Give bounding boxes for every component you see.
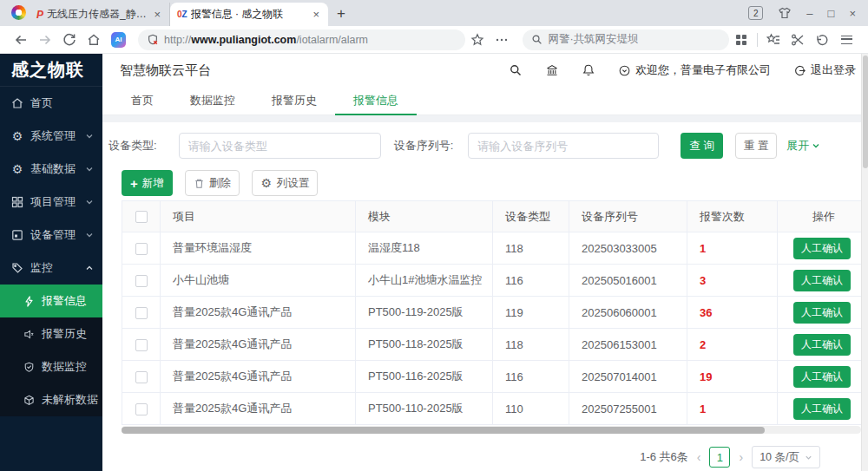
- notification-bell-icon[interactable]: [582, 63, 595, 77]
- tab-alarm-history[interactable]: 报警历史: [253, 87, 335, 115]
- row-checkbox[interactable]: [135, 371, 148, 383]
- back-icon[interactable]: [14, 33, 28, 47]
- tab-alarm-info[interactable]: 报警信息: [335, 87, 417, 115]
- manual-confirm-button[interactable]: 人工确认: [793, 334, 851, 356]
- theme-shirt-icon[interactable]: [778, 6, 792, 20]
- speaker-icon: [23, 329, 35, 340]
- undo-icon[interactable]: [815, 33, 829, 47]
- favorites-list-icon[interactable]: [766, 33, 780, 47]
- pagination-summary: 1-6 共6条: [640, 449, 688, 465]
- reset-button[interactable]: 重 置: [735, 133, 777, 159]
- add-button[interactable]: + 新增: [122, 170, 173, 196]
- sidebar-item-device-mgmt[interactable]: 设备管理: [0, 219, 102, 252]
- alarm-info-panel: 设备类型: 设备序列号: 查 询 重 置 展开 + 新增 删除: [102, 122, 868, 471]
- manual-confirm-button[interactable]: 人工确认: [793, 398, 851, 420]
- page-size-select[interactable]: 10 条/页: [752, 446, 820, 468]
- table-row: 普量2025款4G通讯产品 PT500-110-2025版 110 202507…: [122, 393, 862, 425]
- maximize-button[interactable]: □: [828, 7, 835, 20]
- chevron-down-icon: [85, 231, 94, 239]
- organization-icon[interactable]: [545, 63, 559, 77]
- sidebar-item-system-mgmt[interactable]: ⚙ 系统管理: [0, 120, 102, 153]
- manual-confirm-button[interactable]: 人工确认: [793, 270, 851, 291]
- page-number-button[interactable]: 1: [709, 447, 730, 468]
- col-serial: 设备序列号: [569, 201, 687, 232]
- tab2-close-icon[interactable]: ×: [311, 8, 321, 21]
- sidebar-item-monitoring[interactable]: 监控: [0, 252, 102, 285]
- submenu-item-unparsed-data[interactable]: 未解析数据: [0, 383, 102, 416]
- next-page-button[interactable]: ›: [739, 450, 743, 464]
- site-security-shield-icon[interactable]: [147, 34, 159, 46]
- manual-confirm-button[interactable]: 人工确认: [793, 366, 851, 388]
- user-circle-chevron-icon: [618, 64, 631, 77]
- address-bar[interactable]: http://www.puliangiot.com/iotalarm/alarm: [138, 29, 465, 50]
- window-close-button[interactable]: ×: [849, 7, 856, 20]
- sidebar-item-base-data[interactable]: ⚙ 基础数据: [0, 153, 102, 186]
- apps-grid-icon[interactable]: [734, 33, 748, 47]
- chevron-down-icon: [85, 198, 94, 206]
- gear-icon: ⚙: [260, 177, 273, 189]
- query-button[interactable]: 查 询: [681, 133, 722, 159]
- app-logo[interactable]: 感之物联: [0, 54, 102, 87]
- minimize-button[interactable]: –: [806, 7, 812, 20]
- tab1-close-icon[interactable]: ×: [152, 8, 162, 21]
- table-horizontal-scrollbar[interactable]: [122, 426, 861, 434]
- row-checkbox[interactable]: [135, 243, 148, 255]
- cell-module: PT500-116-2025版: [356, 361, 493, 393]
- cell-alarm-count: 19: [687, 361, 778, 393]
- forward-icon[interactable]: [38, 33, 52, 47]
- sidebar-item-label: 设备管理: [30, 227, 76, 243]
- sidebar-item-home[interactable]: 首页: [0, 87, 102, 120]
- submenu-item-data-monitoring[interactable]: 数据监控: [0, 350, 102, 383]
- device-type-input[interactable]: [179, 133, 381, 159]
- col-alarm-count: 报警次数: [687, 201, 778, 232]
- header-search-icon[interactable]: [509, 63, 523, 77]
- more-options-icon[interactable]: [495, 33, 509, 47]
- browser-logo-icon[interactable]: [11, 5, 26, 20]
- delete-label: 删除: [209, 176, 231, 191]
- cube-icon: [23, 395, 35, 406]
- chevron-down-icon: [85, 165, 94, 173]
- row-checkbox[interactable]: [135, 307, 148, 319]
- select-all-checkbox[interactable]: [135, 211, 148, 223]
- reload-icon[interactable]: [62, 33, 76, 47]
- scrollbar-thumb[interactable]: [122, 427, 765, 434]
- tab-home[interactable]: 首页: [113, 87, 172, 115]
- row-checkbox[interactable]: [135, 339, 148, 351]
- browser-tab-1[interactable]: P 无线压力传感器_静力水准仪_ ×: [30, 3, 170, 26]
- menu-icon[interactable]: [841, 36, 852, 44]
- ai-assistant-icon[interactable]: AI: [111, 32, 126, 48]
- col-module: 模块: [356, 201, 493, 232]
- submenu-item-alarm-info[interactable]: 报警信息: [0, 285, 102, 317]
- bookmark-star-icon[interactable]: [470, 33, 484, 47]
- row-checkbox[interactable]: [135, 275, 148, 287]
- manual-confirm-button[interactable]: 人工确认: [793, 238, 851, 259]
- col-actions: 操作: [778, 201, 862, 232]
- manual-confirm-button[interactable]: 人工确认: [793, 302, 851, 324]
- serial-input[interactable]: [468, 133, 659, 159]
- screenshot-scissors-icon[interactable]: [791, 33, 805, 47]
- main-content: 智慧物联云平台 欢迎您，普量电子有限公司 退出登录 首页 数据监控 报警历史 报…: [102, 54, 868, 471]
- cell-project: 普量环境温湿度: [161, 232, 356, 265]
- sidebar-item-project-mgmt[interactable]: 项目管理: [0, 186, 102, 219]
- page-size-value: 10 条/页: [760, 450, 799, 465]
- cell-project: 小牛山池塘: [161, 265, 356, 297]
- home-icon[interactable]: [87, 33, 101, 47]
- delete-button[interactable]: 删除: [185, 170, 240, 196]
- prev-page-button[interactable]: ‹: [697, 450, 701, 464]
- cell-project: 普量2025款4G通讯产品: [161, 361, 356, 393]
- user-menu[interactable]: 欢迎您，普量电子有限公司: [618, 62, 771, 78]
- cell-module: 小牛山1#池塘水温监控: [356, 265, 493, 297]
- tab-count-badge[interactable]: 2: [748, 6, 763, 20]
- cell-device-type: 119: [493, 297, 569, 329]
- browser-vertical-scrollbar[interactable]: [861, 54, 868, 471]
- row-checkbox[interactable]: [135, 403, 148, 415]
- browser-search-box[interactable]: 网警·共筑网安堤坝: [523, 29, 728, 50]
- tab-data-monitoring[interactable]: 数据监控: [172, 87, 253, 115]
- new-tab-button[interactable]: +: [337, 5, 345, 23]
- browser-tab-2[interactable]: 0Z 报警信息 · 感之物联 ×: [170, 3, 328, 26]
- logout-button[interactable]: 退出登录: [793, 62, 856, 78]
- expand-toggle[interactable]: 展开: [786, 138, 820, 154]
- vscrollbar-thumb[interactable]: [863, 56, 868, 168]
- column-settings-button[interactable]: ⚙ 列设置: [252, 170, 319, 196]
- submenu-item-alarm-history[interactable]: 报警历史: [0, 317, 102, 350]
